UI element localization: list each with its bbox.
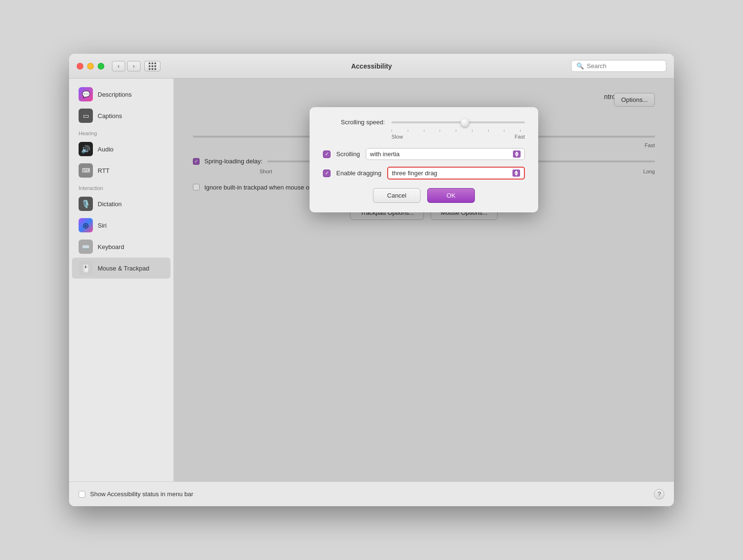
modal-scrolling-checkmark: ✓ [325, 151, 329, 157]
sidebar-item-rtt[interactable]: ⌨ RTT [72, 160, 171, 181]
mouse-trackpad-icon: 🖱️ [79, 261, 93, 275]
modal-ok-button[interactable]: OK [427, 188, 475, 203]
sidebar-item-mouse-trackpad[interactable]: 🖱️ Mouse & Trackpad [72, 258, 171, 279]
sidebar-label-mouse-trackpad: Mouse & Trackpad [98, 265, 149, 272]
modal-scrolling-row: ✓ Scrolling with inertia [323, 148, 525, 160]
modal-dialog: Scrolling speed: Slow Fast [310, 107, 538, 212]
sidebar-label-dictation: Dictation [98, 200, 122, 208]
titlebar: ‹ › Accessibility 🔍 [69, 54, 674, 79]
right-panel: ntrolled using the Options... Fast ✓ Spr [174, 79, 674, 481]
modal-cancel-button[interactable]: Cancel [373, 188, 421, 203]
search-bar[interactable]: 🔍 [571, 60, 666, 72]
modal-scrolling-label: Scrolling [336, 150, 360, 158]
sidebar-item-siri[interactable]: ◎ Siri [72, 215, 171, 236]
window-title: Accessibility [351, 62, 392, 70]
sidebar-item-keyboard[interactable]: ⌨️ Keyboard [72, 236, 171, 257]
traffic-lights [77, 63, 104, 70]
search-icon: 🔍 [576, 62, 584, 70]
modal-speed-label: Scrolling speed: [323, 119, 385, 126]
main-content: 💬 Descriptions ▭ Captions Hearing 🔊 Audi… [69, 79, 674, 481]
back-button[interactable]: ‹ [112, 61, 125, 71]
siri-icon: ◎ [79, 218, 93, 232]
sidebar-label-siri: Siri [98, 222, 107, 229]
sidebar-item-captions[interactable]: ▭ Captions [72, 105, 171, 126]
modal-speed-ends: Slow Fast [323, 134, 525, 140]
modal-speed-slider-thumb[interactable] [461, 118, 469, 127]
modal-scrolling-select[interactable]: with inertia [366, 148, 525, 160]
descriptions-icon: 💬 [79, 87, 93, 101]
arrow-down-icon [515, 154, 519, 157]
grid-icon [149, 62, 156, 70]
grid-button[interactable] [144, 61, 161, 71]
modal-slow-label: Slow [392, 134, 403, 140]
sidebar-label-audio: Audio [98, 146, 113, 153]
modal-dragging-arrows[interactable] [512, 170, 520, 177]
modal-overlay: Scrolling speed: Slow Fast [174, 79, 674, 481]
close-button[interactable] [77, 63, 83, 70]
show-accessibility-label: Show Accessibility status in menu bar [90, 490, 193, 498]
dictation-icon: 🎙️ [79, 197, 93, 211]
captions-icon: ▭ [79, 109, 93, 123]
sidebar-label-rtt: RTT [98, 167, 110, 174]
modal-speed-slider-track[interactable] [392, 121, 525, 123]
sidebar-label-descriptions: Descriptions [98, 91, 132, 98]
modal-dragging-select[interactable]: three finger drag [387, 167, 525, 180]
keyboard-icon: ⌨️ [79, 240, 93, 254]
search-input[interactable] [587, 62, 661, 70]
modal-scrolling-arrows[interactable] [513, 150, 521, 158]
minimize-button[interactable] [87, 63, 94, 70]
maximize-button[interactable] [98, 63, 104, 70]
modal-dragging-row: ✓ Enable dragging three finger drag [323, 167, 525, 180]
nav-buttons: ‹ › [112, 61, 141, 71]
sidebar-label-captions: Captions [98, 112, 122, 120]
sidebar-section-interaction: Interaction [69, 181, 173, 193]
arrow-up-icon [515, 151, 519, 154]
modal-scrolling-value: with inertia [370, 150, 510, 158]
sidebar-item-descriptions[interactable]: 💬 Descriptions [72, 84, 171, 105]
modal-dragging-checkmark: ✓ [325, 170, 329, 176]
modal-speed-row: Scrolling speed: [323, 119, 525, 126]
forward-button[interactable]: › [127, 61, 141, 71]
bottom-bar: Show Accessibility status in menu bar ? [69, 481, 674, 506]
modal-dragging-label: Enable dragging [336, 170, 382, 177]
sidebar-item-dictation[interactable]: 🎙️ Dictation [72, 193, 171, 214]
help-button[interactable]: ? [654, 489, 664, 500]
show-accessibility-checkbox[interactable] [79, 491, 85, 498]
sidebar-section-hearing: Hearing [69, 127, 173, 138]
sidebar-label-keyboard: Keyboard [98, 243, 124, 250]
dragging-arrow-down-icon [514, 173, 518, 176]
modal-dragging-checkbox[interactable]: ✓ [323, 170, 331, 177]
sidebar: 💬 Descriptions ▭ Captions Hearing 🔊 Audi… [69, 79, 174, 481]
modal-scrolling-checkbox[interactable]: ✓ [323, 150, 331, 158]
dragging-arrow-up-icon [514, 170, 518, 173]
audio-icon: 🔊 [79, 142, 93, 156]
modal-fast-label: Fast [515, 134, 525, 140]
sidebar-item-audio[interactable]: 🔊 Audio [72, 139, 171, 160]
main-window: ‹ › Accessibility 🔍 💬 Descriptions [69, 54, 674, 506]
modal-dragging-value: three finger drag [392, 170, 510, 177]
modal-buttons: Cancel OK [323, 188, 525, 203]
rtt-icon: ⌨ [79, 163, 93, 178]
